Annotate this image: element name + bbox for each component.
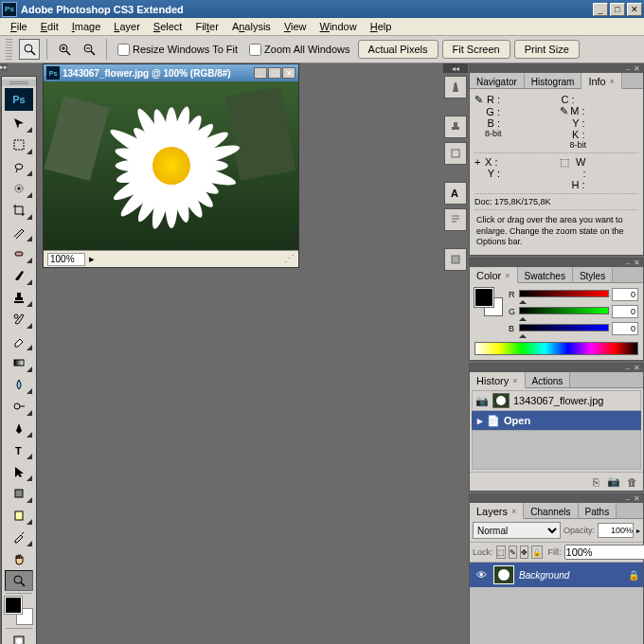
minimize-button[interactable]: _ xyxy=(593,3,608,16)
zoom-in-icon[interactable] xyxy=(54,40,75,59)
current-tool-icon[interactable] xyxy=(19,39,40,60)
red-slider[interactable] xyxy=(519,290,609,299)
menu-filter[interactable]: Filter xyxy=(188,19,224,34)
close-button[interactable]: ✕ xyxy=(627,3,642,16)
color-swatch[interactable] xyxy=(474,288,503,316)
zoom-all-checkbox[interactable]: Zoom All Windows xyxy=(249,44,349,56)
resize-grip-icon[interactable]: ⋰ xyxy=(284,253,295,265)
tab-paths[interactable]: Paths xyxy=(579,503,617,518)
strip-brushes-icon[interactable] xyxy=(444,76,467,98)
strip-layer-comps-icon[interactable] xyxy=(444,248,467,271)
history-snapshot[interactable]: 📷 1343067_flower.jpg xyxy=(472,390,641,411)
tab-layers[interactable]: Layers× xyxy=(470,503,524,519)
zoom-tool[interactable] xyxy=(5,570,33,591)
eraser-tool[interactable] xyxy=(5,331,33,351)
status-icon[interactable]: ▸ xyxy=(89,253,95,265)
pen-tool[interactable] xyxy=(5,418,33,438)
strip-paragraph-icon[interactable] xyxy=(444,208,467,231)
green-input[interactable] xyxy=(612,305,638,318)
panel-close-icon[interactable]: ✕ xyxy=(634,364,640,372)
menu-layer[interactable]: Layer xyxy=(107,19,147,34)
delete-state-icon[interactable]: 🗑 xyxy=(624,474,639,490)
marquee-tool[interactable] xyxy=(5,134,33,155)
tools-grip[interactable] xyxy=(2,80,36,86)
history-state-open[interactable]: ▸ 📄 Open xyxy=(472,411,641,430)
lock-position-icon[interactable]: ✥ xyxy=(520,546,528,559)
tab-actions[interactable]: Actions xyxy=(526,372,571,387)
lasso-tool[interactable] xyxy=(5,156,33,177)
color-ramp[interactable] xyxy=(474,342,638,355)
panel-collapse-icon[interactable]: – xyxy=(626,364,630,372)
color-swatches[interactable] xyxy=(5,597,33,625)
menu-analysis[interactable]: Analysis xyxy=(225,19,277,34)
canvas[interactable] xyxy=(44,81,298,250)
tab-history[interactable]: History× xyxy=(470,372,526,388)
hand-tool[interactable] xyxy=(5,548,33,569)
stamp-tool[interactable] xyxy=(5,287,33,308)
actual-pixels-button[interactable]: Actual Pixels xyxy=(358,40,438,59)
quick-select-tool[interactable] xyxy=(5,178,33,199)
strip-grip[interactable]: ◂◂ xyxy=(443,63,468,73)
panel-close-icon[interactable]: ✕ xyxy=(634,494,640,503)
panel-collapse-icon[interactable]: – xyxy=(626,494,630,503)
strip-tool-presets-icon[interactable] xyxy=(444,142,467,165)
dodge-tool[interactable] xyxy=(5,396,33,417)
tab-info[interactable]: Info× xyxy=(581,73,622,89)
blue-input[interactable] xyxy=(612,322,638,335)
new-doc-from-state-icon[interactable]: ⎘ xyxy=(588,474,603,490)
tab-swatches[interactable]: Swatches xyxy=(518,267,573,282)
panel-collapse-icon[interactable]: – xyxy=(626,259,630,267)
tab-channels[interactable]: Channels xyxy=(524,503,578,518)
history-brush-tool[interactable] xyxy=(5,309,33,330)
maximize-button[interactable]: □ xyxy=(610,3,625,16)
zoom-field[interactable]: 100% xyxy=(47,253,85,266)
quick-mask-icon[interactable] xyxy=(5,631,33,644)
tab-histogram[interactable]: Histogram xyxy=(525,73,582,88)
doc-maximize-button[interactable]: □ xyxy=(268,67,281,79)
lock-transparency-icon[interactable]: ⬚ xyxy=(496,546,506,559)
crop-tool[interactable] xyxy=(5,200,33,221)
green-slider[interactable] xyxy=(519,307,609,316)
visibility-icon[interactable]: 👁 xyxy=(474,567,489,582)
panel-close-icon[interactable]: ✕ xyxy=(634,259,640,267)
red-input[interactable] xyxy=(612,288,638,301)
document-titlebar[interactable]: Ps 1343067_flower.jpg @ 100% (RGB/8#) _ … xyxy=(44,64,298,81)
panel-collapse-icon[interactable]: – xyxy=(626,64,630,73)
blue-slider[interactable] xyxy=(519,324,609,333)
print-size-button[interactable]: Print Size xyxy=(514,40,580,59)
opacity-arrow-icon[interactable]: ▸ xyxy=(636,527,640,535)
panel-close-icon[interactable]: ✕ xyxy=(634,64,640,73)
menu-select[interactable]: Select xyxy=(147,19,189,34)
layer-background[interactable]: 👁 Background 🔒 xyxy=(470,563,643,587)
eyedropper-tool[interactable] xyxy=(5,527,33,547)
tab-navigator[interactable]: Navigator xyxy=(470,73,525,88)
shape-tool[interactable] xyxy=(5,483,33,504)
gradient-tool[interactable] xyxy=(5,352,33,373)
slice-tool[interactable] xyxy=(5,222,33,242)
fit-screen-button[interactable]: Fit Screen xyxy=(442,40,510,59)
tab-color[interactable]: Color× xyxy=(470,267,518,283)
tab-styles[interactable]: Styles xyxy=(573,267,613,282)
blur-tool[interactable] xyxy=(5,374,33,395)
lock-pixels-icon[interactable]: ✎ xyxy=(509,546,517,559)
type-tool[interactable]: T xyxy=(5,439,33,460)
doc-close-button[interactable]: ✕ xyxy=(282,67,295,79)
strip-clone-icon[interactable] xyxy=(444,116,467,138)
path-select-tool[interactable] xyxy=(5,461,33,482)
opacity-input[interactable] xyxy=(598,523,634,538)
menu-view[interactable]: View xyxy=(277,19,313,34)
menu-image[interactable]: Image xyxy=(65,19,108,34)
heal-tool[interactable] xyxy=(5,243,33,264)
notes-tool[interactable] xyxy=(5,505,33,526)
workspace-grip[interactable]: ▸▸ xyxy=(0,63,8,71)
brush-tool[interactable] xyxy=(5,265,33,286)
menu-window[interactable]: Window xyxy=(313,19,364,34)
menu-edit[interactable]: Edit xyxy=(34,19,65,34)
strip-character-icon[interactable]: A xyxy=(444,182,467,205)
menu-help[interactable]: Help xyxy=(364,19,399,34)
doc-minimize-button[interactable]: _ xyxy=(254,67,267,79)
options-grip[interactable] xyxy=(6,39,12,60)
resize-windows-checkbox[interactable]: Resize Windows To Fit xyxy=(117,44,238,56)
zoom-out-icon[interactable] xyxy=(79,40,99,59)
fill-input[interactable] xyxy=(564,545,644,560)
